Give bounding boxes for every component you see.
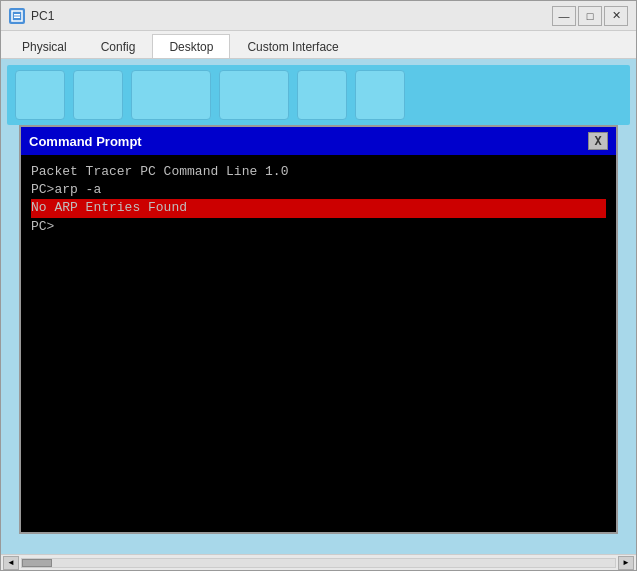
horizontal-scrollbar: ◄ ►: [1, 554, 636, 570]
minimize-button[interactable]: —: [552, 6, 576, 26]
tab-bar: Physical Config Desktop Custom Interface: [1, 31, 636, 59]
device-icon-6: [355, 70, 405, 120]
close-button[interactable]: ✕: [604, 6, 628, 26]
cmd-title: Command Prompt: [29, 134, 142, 149]
tab-config[interactable]: Config: [84, 34, 153, 58]
cmd-line-highlighted: No ARP Entries Found: [31, 199, 606, 217]
cmd-line-1: Packet Tracer PC Command Line 1.0: [31, 163, 606, 181]
svg-rect-0: [12, 11, 22, 21]
cmd-line-2: PC>arp -a: [31, 181, 606, 199]
cmd-body[interactable]: Packet Tracer PC Command Line 1.0 PC>arp…: [21, 155, 616, 532]
device-icon-4: [219, 70, 289, 120]
tab-physical[interactable]: Physical: [5, 34, 84, 58]
scroll-right-button[interactable]: ►: [618, 556, 634, 570]
device-icon-1: [15, 70, 65, 120]
scroll-track[interactable]: [21, 558, 616, 568]
main-content: Command Prompt X Packet Tracer PC Comman…: [1, 59, 636, 554]
cmd-title-bar: Command Prompt X: [21, 127, 616, 155]
device-strip: [7, 65, 630, 125]
tab-desktop[interactable]: Desktop: [152, 34, 230, 58]
device-icon-2: [73, 70, 123, 120]
main-window: PC1 — □ ✕ Physical Config Desktop Custom…: [0, 0, 637, 571]
cmd-close-button[interactable]: X: [588, 132, 608, 150]
device-icon-5: [297, 70, 347, 120]
svg-rect-2: [14, 16, 20, 18]
window-title: PC1: [31, 9, 552, 23]
window-icon: [9, 8, 25, 24]
scroll-thumb[interactable]: [22, 559, 52, 567]
maximize-button[interactable]: □: [578, 6, 602, 26]
title-bar: PC1 — □ ✕: [1, 1, 636, 31]
window-controls: — □ ✕: [552, 6, 628, 26]
cmd-line-4: PC>: [31, 218, 606, 236]
svg-rect-1: [14, 14, 20, 16]
tab-custom-interface[interactable]: Custom Interface: [230, 34, 355, 58]
device-icon-3: [131, 70, 211, 120]
command-prompt-window: Command Prompt X Packet Tracer PC Comman…: [19, 125, 618, 534]
scroll-left-button[interactable]: ◄: [3, 556, 19, 570]
